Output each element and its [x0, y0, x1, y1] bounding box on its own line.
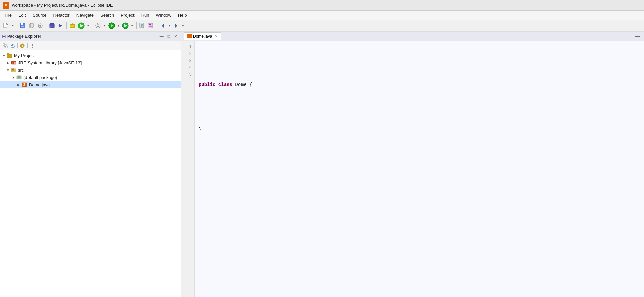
dome-java-chevron: ▶: [16, 83, 21, 87]
package-explorer-header: ⊞ Package Explorer — □ ✕: [0, 32, 181, 41]
default-package-chevron: ▼: [11, 76, 16, 79]
menu-help[interactable]: Help: [175, 11, 191, 19]
code-line-4: }: [199, 126, 640, 133]
tree-item-jre[interactable]: ▶ lib JRE System Library [JavaSE-13]: [0, 59, 181, 66]
collapse-all-button[interactable]: [2, 42, 9, 49]
jre-chevron: ▶: [5, 61, 11, 65]
sep5: [136, 22, 137, 29]
dome-java-tab-label: Dome.java: [193, 34, 212, 39]
svg-text:J: J: [23, 83, 25, 87]
code-line-2: public class Dome {: [199, 81, 640, 88]
sep6: [157, 22, 157, 29]
properties-button[interactable]: [36, 22, 44, 30]
svg-rect-4: [21, 26, 24, 27]
new-java-button[interactable]: J: [19, 42, 26, 49]
svg-marker-15: [71, 23, 73, 24]
menu-project[interactable]: Project: [117, 11, 138, 19]
svg-rect-40: [7, 53, 9, 55]
menu-run[interactable]: Run: [138, 11, 153, 19]
tree-item-my-project[interactable]: ▼ My Project: [0, 52, 181, 59]
default-package-icon: [16, 75, 22, 80]
search-button[interactable]: [147, 22, 155, 30]
panel-toolbar-sep1: [17, 43, 18, 48]
package-explorer-minimize[interactable]: —: [158, 33, 165, 39]
run-dropdown-arrow[interactable]: ▼: [86, 23, 90, 28]
svg-rect-13: [62, 24, 62, 27]
package-explorer-maximize[interactable]: □: [166, 33, 171, 39]
tree-item-default-package[interactable]: ▼ (default package): [0, 74, 181, 81]
code-line-3: [199, 104, 640, 111]
title-bar: ☀ workspace - My Project/src/Dome.java -…: [0, 0, 644, 11]
svg-marker-33: [175, 24, 177, 28]
line-num-2: 2: [181, 51, 194, 58]
sep4: [92, 22, 92, 29]
editor-minimize-button[interactable]: —: [633, 33, 641, 39]
main-toolbar: ▼ ↩ ▼ ▼ ▼ ▼: [0, 20, 644, 32]
dome-java-tab-close[interactable]: ✕: [215, 34, 218, 39]
open-resource-button[interactable]: [138, 22, 146, 30]
jre-label: JRE System Library [JavaSE-13]: [18, 60, 82, 65]
save-button[interactable]: [19, 22, 27, 30]
sep1: [17, 22, 17, 29]
nav-fwd-dropdown[interactable]: ▼: [181, 23, 185, 28]
tree-item-src[interactable]: ▼ ⊞ src: [0, 66, 181, 74]
panel-toolbar-sep2: [27, 43, 28, 48]
svg-text:↩: ↩: [50, 24, 53, 28]
view-menu-button[interactable]: ⋮: [29, 42, 36, 49]
keyword-class: class: [218, 82, 232, 87]
run-button[interactable]: [77, 22, 85, 30]
next-edit-button[interactable]: [57, 22, 65, 30]
sep3: [66, 22, 67, 29]
svg-text:J: J: [187, 34, 190, 38]
svg-point-19: [96, 23, 100, 28]
menu-refactor[interactable]: Refactor: [50, 11, 73, 19]
menu-navigate[interactable]: Navigate: [73, 11, 97, 19]
new-file-button[interactable]: [2, 22, 10, 30]
svg-rect-14: [70, 24, 75, 28]
debug-button[interactable]: [108, 22, 116, 30]
line-numbers: 1 2 3 4 5: [181, 41, 195, 297]
nav-fwd-button[interactable]: [172, 22, 180, 30]
link-with-editor-button[interactable]: [9, 42, 16, 49]
package-explorer-toolbar: J ⋮: [0, 41, 181, 50]
tree-item-dome-java[interactable]: ▶ J Dome.java: [0, 81, 181, 88]
settings-button[interactable]: [94, 22, 102, 30]
nav-back-button[interactable]: [159, 22, 167, 30]
code-content[interactable]: public class Dome { }: [195, 41, 644, 297]
svg-rect-46: [17, 76, 21, 79]
settings-dropdown-arrow[interactable]: ▼: [103, 23, 107, 28]
my-project-label: My Project: [14, 53, 35, 58]
dome-java-tab[interactable]: J Dome.java ✕: [184, 32, 221, 40]
package-explorer-icon: ⊞: [2, 34, 6, 39]
my-project-icon: [7, 53, 13, 58]
package-explorer-title: Package Explorer: [7, 34, 157, 39]
svg-rect-36: [6, 46, 8, 48]
src-chevron: ▼: [5, 68, 11, 72]
dome-java-icon: J: [21, 82, 28, 87]
menu-search[interactable]: Search: [97, 11, 117, 19]
svg-rect-3: [21, 23, 23, 25]
menu-edit[interactable]: Edit: [15, 11, 29, 19]
src-icon: ⊞: [11, 67, 17, 73]
profile-button[interactable]: [121, 22, 129, 30]
src-label: src: [18, 68, 24, 73]
nav-back-dropdown[interactable]: ▼: [167, 23, 172, 28]
svg-rect-6: [30, 23, 33, 27]
menu-source[interactable]: Source: [29, 11, 50, 19]
prev-edit-button[interactable]: ↩: [48, 22, 56, 30]
copy-button[interactable]: [28, 22, 36, 30]
new-dropdown-arrow[interactable]: ▼: [11, 23, 15, 28]
menu-window[interactable]: Window: [153, 11, 175, 19]
sep2: [46, 22, 46, 29]
window-title: workspace - My Project/src/Dome.java - E…: [12, 3, 113, 8]
external-tools-button[interactable]: [68, 22, 76, 30]
app-icon: ☀: [3, 2, 9, 9]
menu-file[interactable]: File: [1, 11, 15, 19]
code-line-1: [199, 59, 640, 66]
package-explorer-close[interactable]: ✕: [173, 33, 179, 39]
profile-dropdown-arrow[interactable]: ▼: [130, 23, 135, 28]
svg-point-18: [97, 25, 99, 27]
debug-dropdown-arrow[interactable]: ▼: [116, 23, 121, 28]
code-editor[interactable]: 1 2 3 4 5 public class Dome { }: [181, 41, 644, 297]
svg-marker-32: [162, 24, 164, 28]
